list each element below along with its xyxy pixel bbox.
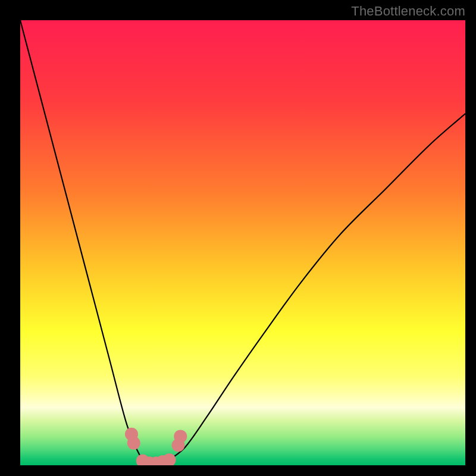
marker-dot bbox=[163, 453, 176, 465]
highlight-markers bbox=[125, 428, 187, 465]
watermark-text: TheBottleneck.com bbox=[351, 4, 465, 19]
bottleneck-curve bbox=[20, 20, 465, 465]
plot-area bbox=[20, 20, 465, 465]
marker-dot bbox=[174, 430, 187, 443]
curve-line bbox=[20, 20, 465, 465]
chart-frame: TheBottleneck.com bbox=[0, 0, 476, 476]
marker-dot bbox=[127, 437, 140, 450]
